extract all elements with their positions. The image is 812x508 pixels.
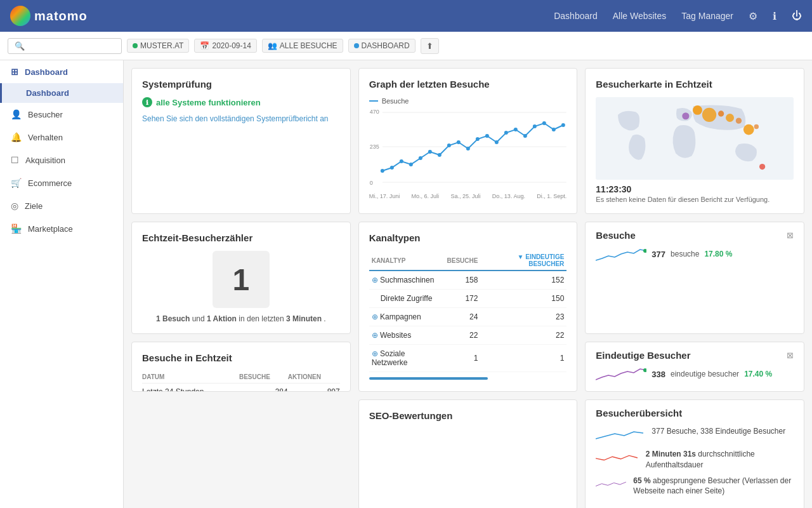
- kanaltypen-table: KANALTYP BESUCHE ▼ EINDEUTIGE BESUCHER ⊕…: [369, 251, 567, 372]
- date-label: 2020-09-14: [212, 41, 251, 50]
- visits-graph-svg: 470 235 0: [369, 107, 567, 190]
- expand-icon-4[interactable]: ⊕: [372, 349, 378, 358]
- unique-3: 22: [480, 326, 566, 345]
- y-min-label: 0: [369, 180, 372, 186]
- overview-text-1: 2 Minuten 31s durchschnittliche Aufentha…: [646, 449, 794, 471]
- graph-legend: Besuche: [382, 97, 409, 105]
- logo[interactable]: matomo: [10, 6, 88, 26]
- sidebar-item-marketplace[interactable]: 🏪 Marketplace: [0, 217, 123, 240]
- visits-count: 1 Besuch: [156, 314, 190, 323]
- search-box[interactable]: 🔍: [8, 38, 122, 54]
- sidebar-label-ziele: Ziele: [25, 201, 43, 211]
- expand-icon-0[interactable]: ⊕: [372, 276, 378, 284]
- y-max-label: 470: [369, 109, 379, 115]
- overview-spark-2: [596, 476, 628, 493]
- system-status-text: alle Systeme funktionieren: [156, 98, 261, 107]
- sidebar-item-akquisition[interactable]: ☐ Akquisition: [0, 149, 123, 171]
- col-kanaltyp[interactable]: KANALTYP: [369, 251, 445, 271]
- besuche-3: 22: [445, 326, 481, 345]
- navbar: matomo Dashboard Alle Websites Tag Manag…: [0, 0, 812, 32]
- breadcrumb-bar: 🔍 MUSTER.AT 📅 2020-09-14 👥 ALLE BESUCHE …: [0, 32, 812, 60]
- visits-table: DATUM BESUCHE AKTIONEN Letzte 24 Stunden…: [142, 371, 340, 392]
- besuche-sparkline: [596, 244, 646, 264]
- segment-label: ALLE BESUCHE: [280, 41, 337, 50]
- graph-dot: [456, 140, 460, 144]
- graph-dot: [437, 153, 441, 157]
- sidebar-label-dashboard: Dashboard: [25, 67, 68, 77]
- overview-spark-1: [596, 449, 640, 467]
- kanaltypen-scrollbar[interactable]: [369, 377, 488, 380]
- visitor-dot-6: [743, 124, 754, 135]
- graph-dot: [523, 134, 527, 138]
- store-icon: 🏪: [11, 224, 22, 234]
- breadcrumb-segment[interactable]: 👥 ALLE BESUCHE: [262, 39, 343, 53]
- system-report-link[interactable]: Sehen Sie sich den vollständigen Systemp…: [142, 114, 329, 123]
- world-map-container: 11:23:30 Es stehen keine Daten für diese…: [596, 97, 794, 203]
- sidebar-label-ecommerce: Ecommerce: [28, 178, 72, 188]
- besuche-1: 172: [445, 290, 481, 308]
- actions-count: 1 Aktion: [207, 314, 237, 323]
- kanaltyp-label-2: Kampagnen: [380, 312, 421, 321]
- graph-dot: [485, 134, 488, 138]
- expand-icon-2[interactable]: ⊕: [372, 312, 378, 321]
- sidebar-subitem-dashboard[interactable]: Dashboard: [0, 83, 123, 103]
- overview-title: Besucherübersicht: [596, 408, 794, 418]
- sidebar-item-verhalten[interactable]: 🔔 Verhalten: [0, 126, 123, 149]
- visitor-dot-7: [754, 124, 759, 129]
- kanaltypen-row-2: ⊕ Kampagnen 24 23: [369, 308, 567, 326]
- unique-1: 150: [480, 290, 566, 308]
- col-besuche[interactable]: BESUCHE: [445, 251, 481, 271]
- nav-dashboard[interactable]: Dashboard: [554, 11, 598, 21]
- besuche-count: 377: [652, 250, 665, 259]
- sidebar-item-ecommerce[interactable]: 🛒 Ecommerce: [0, 171, 123, 194]
- collapse-button[interactable]: ⬆: [421, 38, 439, 54]
- world-map-svg: [596, 97, 794, 180]
- nav-tag-manager[interactable]: Tag Manager: [681, 11, 733, 21]
- visitor-dot-4: [726, 114, 734, 122]
- content-area: Systemprüfung alle Systeme funktionieren…: [124, 60, 812, 508]
- sidebar-sublabel-dashboard: Dashboard: [26, 88, 69, 98]
- overview-row-1: 2 Minuten 31s durchschnittliche Aufentha…: [596, 449, 794, 471]
- visitor-dot-8: [683, 112, 690, 119]
- system-check-card: Systemprüfung alle Systeme funktionieren…: [131, 68, 351, 214]
- sidebar-label-akquisition: Akquisition: [25, 156, 65, 165]
- nav-alle-websites[interactable]: Alle Websites: [613, 11, 667, 21]
- actions-0: 897: [288, 384, 340, 392]
- navbar-right: Dashboard Alle Websites Tag Manager ⚙ ℹ …: [554, 10, 802, 22]
- info-icon[interactable]: ℹ: [773, 10, 776, 22]
- expand-icon-3[interactable]: ⊕: [372, 331, 378, 340]
- kanaltypen-row-4: ⊕ Soziale Netzwerke 1 1: [369, 345, 567, 372]
- graph-dot: [513, 128, 517, 131]
- bell-icon: 🔔: [11, 132, 22, 142]
- graph-dot: [551, 128, 555, 131]
- besuche-export-icon[interactable]: ⊠: [787, 231, 794, 240]
- col-aktionen: AKTIONEN: [288, 371, 340, 384]
- overview-text-2: 65 % abgesprungene Besucher (Verlassen d…: [633, 476, 794, 497]
- graph-card: Graph der letzten Besuche Besuche 470 23…: [358, 68, 578, 214]
- sidebar-item-ziele[interactable]: ◎ Ziele: [0, 194, 123, 217]
- system-status: alle Systeme funktionieren: [142, 97, 340, 107]
- graph-title: Graph der letzten Besuche: [369, 79, 567, 90]
- breadcrumb-date[interactable]: 📅 2020-09-14: [194, 39, 256, 53]
- navbar-left: matomo: [10, 6, 88, 26]
- gear-icon[interactable]: ⚙: [749, 10, 757, 22]
- period-end: .: [324, 314, 325, 323]
- sidebar-item-dashboard[interactable]: ⊞ Dashboard: [0, 60, 123, 83]
- search-input[interactable]: [29, 41, 115, 51]
- eindeutige-export-icon[interactable]: ⊠: [787, 351, 794, 360]
- sidebar-item-besucher[interactable]: 👤 Besucher: [0, 103, 123, 126]
- circle-icon: ◎: [11, 201, 18, 211]
- visits-realtime-card: Besuche in Echtzeit DATUM BESUCHE AKTION…: [131, 342, 351, 392]
- overview-row-2: 65 % abgesprungene Besucher (Verlassen d…: [596, 476, 794, 497]
- visits-header: DATUM BESUCHE AKTIONEN: [142, 371, 340, 384]
- graph-dot: [418, 156, 422, 160]
- breadcrumb-view[interactable]: DASHBOARD: [348, 39, 416, 53]
- visits-0: 384: [239, 384, 288, 392]
- logout-icon[interactable]: ⏻: [792, 10, 802, 22]
- graph-dot: [475, 137, 479, 141]
- realtime-card: Echtzeit-Besucherzähler 1 1 Besuch und 1…: [131, 222, 351, 334]
- col-eindeutige[interactable]: ▼ EINDEUTIGE BESUCHER: [480, 251, 566, 271]
- graph-dot: [409, 163, 412, 166]
- counter-desc: 1 Besuch und 1 Aktion in den letzten 3 M…: [142, 314, 340, 323]
- breadcrumb-site[interactable]: MUSTER.AT: [127, 39, 189, 53]
